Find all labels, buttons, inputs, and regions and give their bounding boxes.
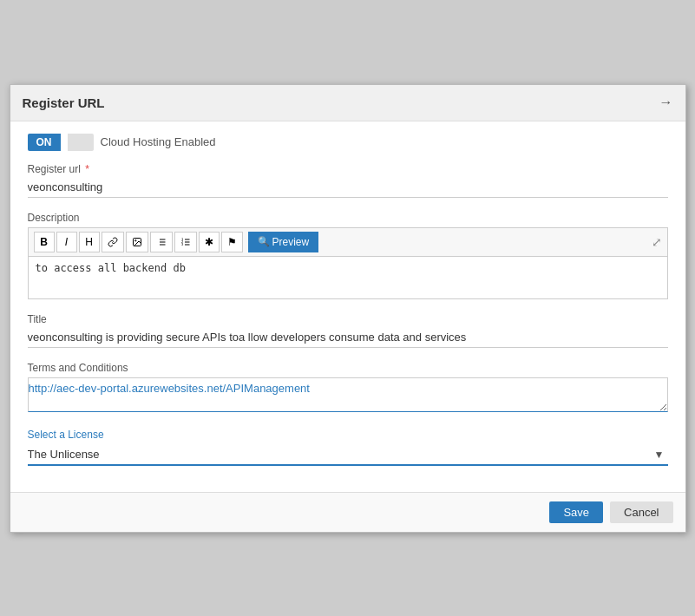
license-field-section: Select a License The Unlicense MIT Licen… xyxy=(28,429,668,466)
terms-input[interactable] xyxy=(28,377,668,412)
terms-field-section: Terms and Conditions xyxy=(28,362,668,415)
description-field-section: Description B I H 123 ✱ ⚑ xyxy=(28,212,668,299)
dialog-title: Register URL xyxy=(23,95,105,110)
description-label: Description xyxy=(28,212,668,224)
title-label: Title xyxy=(28,313,668,325)
close-icon[interactable]: → xyxy=(659,95,673,110)
dialog-footer: Save Cancel xyxy=(10,492,685,532)
unordered-list-button[interactable] xyxy=(150,232,173,252)
required-marker: * xyxy=(82,163,89,175)
heading-button[interactable]: H xyxy=(79,232,100,252)
svg-text:3: 3 xyxy=(181,242,184,246)
title-input[interactable] xyxy=(28,329,668,348)
asterisk-button[interactable]: ✱ xyxy=(199,232,220,252)
terms-label: Terms and Conditions xyxy=(28,362,668,374)
dialog-body: ON Cloud Hosting Enabled Register url * … xyxy=(10,121,685,492)
register-url-input[interactable] xyxy=(28,179,668,198)
ordered-list-button[interactable]: 123 xyxy=(174,232,197,252)
image-button[interactable] xyxy=(126,232,148,252)
license-select[interactable]: The Unlicense MIT License Apache 2.0 GPL… xyxy=(28,444,668,466)
bold-button[interactable]: B xyxy=(34,232,55,252)
register-url-dialog: Register URL → ON Cloud Hosting Enabled … xyxy=(10,84,686,533)
svg-point-1 xyxy=(134,239,136,241)
expand-icon[interactable]: ⤢ xyxy=(652,235,662,249)
italic-button[interactable]: I xyxy=(56,232,77,252)
cancel-button[interactable]: Cancel xyxy=(610,501,672,523)
editor-toolbar: B I H 123 ✱ ⚑ 🔍 Preview xyxy=(28,227,668,256)
register-url-label: Register url * xyxy=(28,163,668,175)
title-field-section: Title xyxy=(28,313,668,348)
link-button[interactable] xyxy=(102,232,124,252)
flag-button[interactable]: ⚑ xyxy=(221,232,243,252)
register-url-field-section: Register url * xyxy=(28,163,668,198)
cloud-hosting-toggle-row: ON Cloud Hosting Enabled xyxy=(28,134,668,151)
license-label: Select a License xyxy=(28,429,668,441)
toggle-on-button[interactable]: ON xyxy=(28,134,61,151)
description-editor-body[interactable]: to access all backend db xyxy=(28,256,668,299)
toggle-off-button[interactable] xyxy=(68,134,94,151)
preview-button[interactable]: 🔍 Preview xyxy=(248,232,319,252)
save-button[interactable]: Save xyxy=(549,501,603,523)
cloud-hosting-label: Cloud Hosting Enabled xyxy=(101,135,216,148)
dialog-header: Register URL → xyxy=(10,85,685,121)
license-select-wrapper: The Unlicense MIT License Apache 2.0 GPL… xyxy=(28,444,668,466)
